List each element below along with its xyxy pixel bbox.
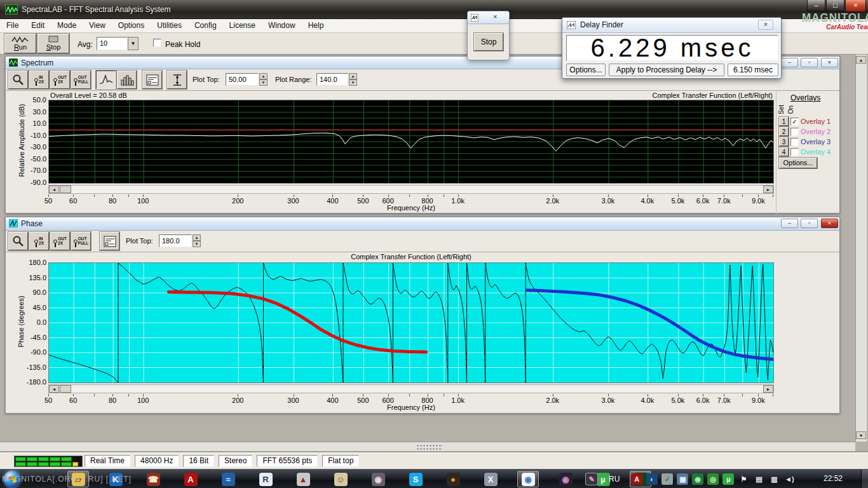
- overlay-1-on-checkbox[interactable]: ✓: [790, 118, 799, 126]
- tray-green-globe-tray[interactable]: ◉: [692, 473, 703, 485]
- taskbar-avatar-app-icon[interactable]: ☺: [330, 471, 351, 487]
- taskbar-eye-app-icon[interactable]: ◉: [555, 471, 576, 487]
- plot-options-button[interactable]: [142, 71, 162, 89]
- phase-minimize-button[interactable]: –: [781, 219, 798, 228]
- plot-top-field[interactable]: 180.0: [159, 234, 192, 247]
- spectrum-close-button[interactable]: ×: [821, 58, 838, 67]
- line-plot-mode-button[interactable]: [96, 71, 116, 89]
- menu-utilities[interactable]: Utilities: [151, 19, 188, 33]
- tray-secure-tray[interactable]: ✓: [661, 473, 673, 485]
- tray-flag-tray[interactable]: ⚑: [738, 473, 749, 485]
- tray-clipboard-tray[interactable]: ▥: [768, 473, 780, 485]
- taskbar-rev-app-icon[interactable]: R: [255, 471, 276, 487]
- scroll-right-icon[interactable]: ►: [763, 186, 773, 193]
- taskbar-chrome-icon[interactable]: ◉: [517, 471, 539, 487]
- stop-float-close-icon[interactable]: ×: [493, 13, 497, 20]
- tray-globe-tray[interactable]: ◐: [646, 473, 658, 485]
- plot-top-field[interactable]: 50.00: [226, 73, 259, 86]
- scroll-thumb[interactable]: [60, 186, 71, 193]
- plot-options-button[interactable]: [100, 232, 119, 250]
- scroll-down-icon[interactable]: ▼: [856, 431, 866, 439]
- avg-value[interactable]: 10: [97, 37, 128, 50]
- taskbar-x-app-icon[interactable]: X: [480, 471, 501, 487]
- overlay-3-set-button[interactable]: 3: [779, 137, 789, 146]
- stop-float-button[interactable]: Stop: [474, 33, 503, 51]
- overlay-2-set-button[interactable]: 2: [779, 127, 789, 136]
- menu-window[interactable]: Window: [262, 19, 302, 33]
- menu-license[interactable]: License: [223, 19, 262, 33]
- minimize-button[interactable]: –: [807, 0, 825, 12]
- menu-view[interactable]: View: [83, 19, 112, 33]
- menu-mode[interactable]: Mode: [51, 19, 83, 33]
- spin-up-icon[interactable]: ▲: [349, 73, 357, 79]
- delay-finder-close-icon[interactable]: ×: [758, 20, 773, 30]
- spin-down-icon[interactable]: ▼: [349, 79, 357, 86]
- phase-restore-button[interactable]: ▫: [801, 219, 818, 228]
- taskbar-nautical-app-icon[interactable]: ≈: [217, 471, 239, 487]
- overlay-3-on-checkbox[interactable]: [790, 138, 799, 146]
- phase-close-button[interactable]: ×: [821, 219, 838, 228]
- spin-up-icon[interactable]: ▲: [259, 73, 268, 79]
- mdi-horizontal-scrollbar[interactable]: [0, 442, 855, 452]
- processing-delay-field[interactable]: 6.150 msec: [728, 64, 778, 76]
- tray-paint-tray[interactable]: ✎: [586, 473, 597, 485]
- zoom-in-2x-button[interactable]: IN2X: [29, 232, 49, 250]
- menu-help[interactable]: Help: [302, 19, 330, 33]
- taskbar-skype-icon[interactable]: S: [405, 471, 426, 487]
- spin-up-icon[interactable]: ▲: [193, 234, 201, 241]
- tray-network-tray[interactable]: ▤: [753, 473, 764, 485]
- menu-file[interactable]: File: [0, 19, 25, 33]
- plot-top-spinner[interactable]: ▲▼: [259, 73, 268, 86]
- peak-hold-checkbox[interactable]: [153, 39, 161, 47]
- plot-range-spinner[interactable]: ▲▼: [349, 73, 357, 86]
- tray-shield-tray[interactable]: ◎: [707, 473, 719, 485]
- scroll-left-icon[interactable]: ◄: [49, 385, 59, 393]
- spin-down-icon[interactable]: ▼: [259, 79, 268, 86]
- scrollbar-grip[interactable]: [416, 444, 443, 451]
- phase-h-scrollbar[interactable]: ◄ ►: [48, 384, 774, 393]
- plot-top-spinner[interactable]: ▲▼: [193, 234, 201, 247]
- zoom-button[interactable]: [8, 71, 28, 89]
- zoom-button[interactable]: [8, 232, 28, 250]
- spectrum-plot[interactable]: [48, 100, 774, 184]
- scroll-thumb[interactable]: [60, 385, 71, 393]
- menu-options[interactable]: Options: [112, 19, 151, 33]
- spectrum-restore-button[interactable]: ▫: [801, 58, 818, 67]
- spin-down-icon[interactable]: ▼: [193, 241, 201, 247]
- overlay-1-set-button[interactable]: 1: [779, 117, 789, 126]
- spectrum-h-scrollbar[interactable]: ◄ ►: [48, 185, 774, 194]
- start-button[interactable]: [4, 471, 20, 487]
- scroll-right-icon[interactable]: ►: [763, 385, 773, 393]
- menu-config[interactable]: Config: [188, 19, 223, 33]
- taskbar-disc-app-icon[interactable]: ◉: [367, 471, 389, 487]
- taskbar-clock[interactable]: 22:52: [824, 474, 843, 483]
- avg-dropdown-arrow[interactable]: ▼: [128, 37, 139, 50]
- tray-utorrent-tray[interactable]: µ: [722, 473, 734, 485]
- zoom-out-full-button[interactable]: OUTFULL: [71, 71, 91, 89]
- delay-options-button[interactable]: Options...: [566, 64, 606, 76]
- mdi-vertical-scrollbar[interactable]: ▲ ▼: [855, 55, 867, 442]
- zoom-out-2x-button[interactable]: OUT2X: [50, 232, 70, 250]
- close-button[interactable]: ×: [845, 0, 866, 12]
- phase-plot[interactable]: [48, 262, 774, 383]
- apply-processing-delay-button[interactable]: Apply to Processing Delay -->: [609, 64, 724, 76]
- overlay-2-on-checkbox[interactable]: [790, 128, 799, 136]
- zoom-out-full-button[interactable]: OUTFULL: [71, 232, 91, 250]
- run-button[interactable]: Run: [4, 34, 36, 53]
- overlay-4-set-button[interactable]: 4: [779, 147, 789, 156]
- overlays-options-button[interactable]: Options...: [779, 158, 817, 168]
- autoscale-button[interactable]: [167, 71, 187, 89]
- taskbar-phone-app-icon[interactable]: ☎: [142, 471, 164, 487]
- show-desktop-button[interactable]: [861, 470, 868, 488]
- tray-acrobat-tray[interactable]: A: [631, 473, 642, 485]
- plot-range-field[interactable]: 140.0: [316, 73, 348, 86]
- scroll-up-icon[interactable]: ▲: [856, 56, 866, 64]
- bar-plot-mode-button[interactable]: [117, 71, 137, 89]
- overlay-4-on-checkbox[interactable]: [790, 148, 799, 156]
- stop-button[interactable]: Stop: [37, 34, 69, 53]
- language-indicator[interactable]: RU: [606, 475, 622, 484]
- maximize-button[interactable]: □: [826, 0, 844, 12]
- taskbar-adobe-acrobat-icon[interactable]: A: [180, 471, 201, 487]
- tray-volume-tray[interactable]: ◄): [783, 473, 795, 485]
- zoom-in-2x-button[interactable]: IN2X: [29, 71, 49, 89]
